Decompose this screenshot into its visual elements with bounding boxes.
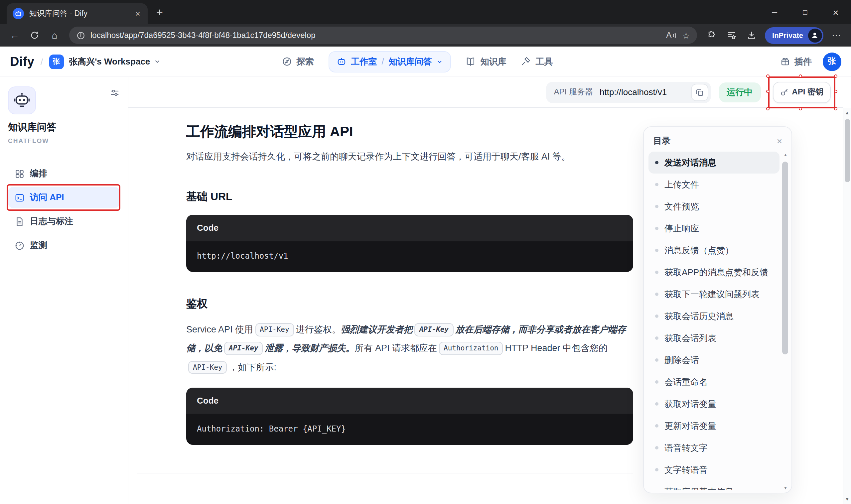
toc-item-dot xyxy=(655,424,658,428)
downloads-icon[interactable] xyxy=(742,26,761,44)
nav-tools[interactable]: 工具 xyxy=(521,55,553,68)
auth-paragraph: Service API 使用API-Key进行鉴权。强烈建议开发者把API-Ke… xyxy=(186,321,633,377)
toc-scrollbar[interactable]: ▲ ▼ xyxy=(781,152,790,490)
chevron-down-icon xyxy=(437,58,443,65)
user-avatar[interactable]: 张 xyxy=(822,52,841,71)
chevron-down-icon[interactable] xyxy=(153,58,161,65)
toc-item-dot xyxy=(655,205,658,208)
new-tab-button[interactable]: + xyxy=(156,6,163,19)
toc-item-label: 获取APP的消息点赞和反馈 xyxy=(664,266,768,278)
sidebar-item-orchestrate[interactable]: 编排 xyxy=(8,163,120,184)
app-settings-icon[interactable] xyxy=(110,88,120,98)
toc-item[interactable]: 消息反馈（点赞） xyxy=(649,239,780,261)
toc-list: 发送对话消息 上传文件 文件预览 停止响应 消息反馈（点赞） 获取APP的消息点… xyxy=(649,151,780,490)
nav-knowledge[interactable]: 知识库 xyxy=(466,55,507,68)
workspace-name[interactable]: 张高兴's Workspace xyxy=(69,55,150,68)
toc-item[interactable]: 获取会话历史消息 xyxy=(649,305,780,327)
toc-item[interactable]: 获取对话变量 xyxy=(649,393,780,415)
scroll-down-icon[interactable]: ▼ xyxy=(781,485,790,490)
toc-item[interactable]: 上传文件 xyxy=(649,174,780,196)
page-scrollbar[interactable]: ▲ ▼ xyxy=(843,108,851,504)
header-divider: / xyxy=(40,56,43,67)
api-server-url[interactable]: http://localhost/v1 xyxy=(600,87,684,97)
plugins-icon xyxy=(780,56,790,67)
address-bar[interactable]: localhost/app/7da69525-3b43-4f8f-bf48-1b… xyxy=(69,26,697,44)
sidebar-item-logs[interactable]: 日志与标注 xyxy=(8,211,120,232)
key-icon xyxy=(780,88,788,96)
toc-scrollbar-thumb[interactable] xyxy=(782,162,788,354)
page-title: 工作流编排对话型应用 API xyxy=(186,122,633,141)
toc-item[interactable]: 文字转语音 xyxy=(649,459,780,481)
nav-explore[interactable]: 探索 xyxy=(282,55,314,68)
app-sidebar: 知识库问答 CHATFLOW 编排 访问 API 日志与标注 xyxy=(0,77,128,504)
toc-item-dot xyxy=(655,337,658,340)
doc-content: 工作流编排对话型应用 API 对话应用支持会话持久化，可将之前的聊天记录作为上下… xyxy=(186,108,633,473)
tab-title: 知识库问答 - Dify xyxy=(29,8,129,19)
url-text[interactable]: localhost/app/7da69525-3b43-4f8f-bf48-1b… xyxy=(90,31,661,40)
inprivate-badge[interactable]: InPrivate xyxy=(765,27,823,43)
toc-item[interactable]: 发送对话消息 xyxy=(649,151,780,174)
api-key-button-label: API 密钥 xyxy=(792,87,823,98)
sidebar-item-access-api[interactable]: 访问 API xyxy=(8,187,120,208)
inprivate-label: InPrivate xyxy=(772,31,803,39)
app-title: 知识库问答 xyxy=(8,121,120,134)
nav-tools-label: 工具 xyxy=(536,55,553,68)
plugins-button[interactable]: 插件 xyxy=(780,55,812,68)
scroll-down-icon[interactable]: ▼ xyxy=(843,497,851,501)
browser-menu-icon[interactable]: ⋯ xyxy=(827,26,846,44)
toc-item[interactable]: 删除会话 xyxy=(649,349,780,371)
toc-item[interactable]: 文件预览 xyxy=(649,196,780,217)
toc-item-dot xyxy=(655,161,658,164)
extensions-icon[interactable] xyxy=(702,26,721,44)
toc-item[interactable]: 获取APP的消息点赞和反馈 xyxy=(649,261,780,283)
sidebar-item-label: 监测 xyxy=(30,239,47,251)
tab-close-icon[interactable]: × xyxy=(134,8,142,19)
close-window-button[interactable]: × xyxy=(820,0,851,24)
auth-text-bold: 强烈建议开发者把 xyxy=(341,324,413,335)
toc-item-label: 发送对话消息 xyxy=(664,157,716,168)
home-icon[interactable]: ⌂ xyxy=(45,26,64,44)
favorite-star-icon[interactable]: ☆ xyxy=(682,30,690,40)
breadcrumb-app-name[interactable]: 知识库问答 xyxy=(389,55,432,68)
toc-item[interactable]: 获取会话列表 xyxy=(649,327,780,349)
scroll-up-icon[interactable]: ▲ xyxy=(781,152,790,157)
code-block-content[interactable]: Authorization: Bearer {API_KEY} xyxy=(186,414,633,445)
toc-item[interactable]: 停止响应 xyxy=(649,217,780,239)
page-scrollbar-thumb[interactable] xyxy=(845,119,850,182)
workspace-avatar[interactable]: 张 xyxy=(49,54,64,69)
auth-text-bold: 泄露，导致财产损失。 xyxy=(265,343,355,354)
section-heading-auth: 鉴权 xyxy=(186,297,633,311)
code-block-content[interactable]: http://localhost/v1 xyxy=(186,241,633,272)
toc-item[interactable]: 更新对话变量 xyxy=(649,415,780,437)
site-info-icon[interactable] xyxy=(76,31,85,39)
dify-logo: Dify xyxy=(10,54,34,69)
toc-item[interactable]: 获取下一轮建议问题列表 xyxy=(649,283,780,305)
browser-tab[interactable]: 知识库问答 - Dify × xyxy=(7,3,148,24)
status-badge: 运行中 xyxy=(719,82,761,102)
minimize-button[interactable]: ─ xyxy=(759,0,790,24)
terminal-icon xyxy=(15,193,24,202)
sidebar-item-monitoring[interactable]: 监测 xyxy=(8,235,120,256)
toc-title: 目录 xyxy=(653,135,670,147)
toc-close-icon[interactable]: × xyxy=(777,136,782,146)
app-icon-robot[interactable] xyxy=(8,87,36,114)
refresh-icon[interactable] xyxy=(25,26,44,44)
collections-icon[interactable] xyxy=(722,26,741,44)
gauge-icon xyxy=(15,240,24,250)
read-aloud-icon[interactable]: A xyxy=(666,31,677,40)
copy-url-button[interactable] xyxy=(691,84,708,101)
doc-intro: 对话应用支持会话持久化，可将之前的聊天记录作为上下文进行回答，可适用于聊天/客服… xyxy=(186,150,633,165)
annotation-handle xyxy=(834,89,837,93)
maximize-button[interactable]: □ xyxy=(790,0,820,24)
browser-tab-strip: 知识库问答 - Dify × + ─ □ × xyxy=(0,0,851,24)
toc-item[interactable]: 语音转文字 xyxy=(649,437,780,459)
toc-item[interactable]: 会话重命名 xyxy=(649,371,780,393)
back-icon[interactable]: ← xyxy=(5,26,24,44)
api-key-button[interactable]: API 密钥 xyxy=(773,82,831,103)
toc-item-dot xyxy=(655,292,658,296)
nav-studio-breadcrumb[interactable]: 工作室 / 知识库问答 xyxy=(328,51,451,72)
grid-icon xyxy=(15,168,24,179)
app-header: Dify / 张 张高兴's Workspace 探索 工作室 / 知识库问答 … xyxy=(0,47,851,77)
toc-item[interactable]: 获取应用基本信息 xyxy=(649,481,780,490)
scroll-up-icon[interactable]: ▲ xyxy=(843,110,851,115)
